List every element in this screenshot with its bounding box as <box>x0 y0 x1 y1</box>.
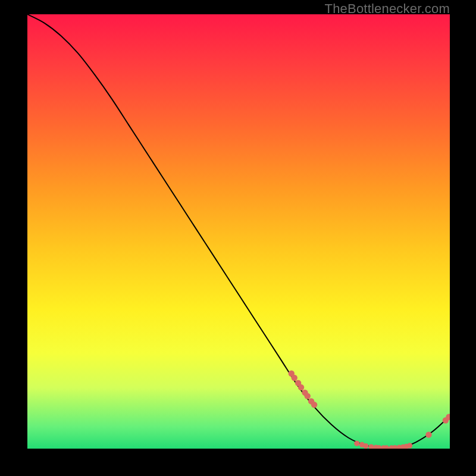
data-point <box>311 402 317 408</box>
data-point <box>425 431 431 437</box>
data-point <box>363 443 368 449</box>
data-point <box>354 441 359 446</box>
data-point <box>407 443 412 448</box>
curve-path <box>27 14 450 449</box>
plot-area <box>27 14 450 449</box>
data-point <box>368 444 374 449</box>
chart-container: TheBottlenecker.com <box>0 0 476 476</box>
bottleneck-curve <box>27 14 450 449</box>
data-point <box>298 384 304 390</box>
data-point <box>305 393 311 399</box>
data-point <box>292 375 298 381</box>
